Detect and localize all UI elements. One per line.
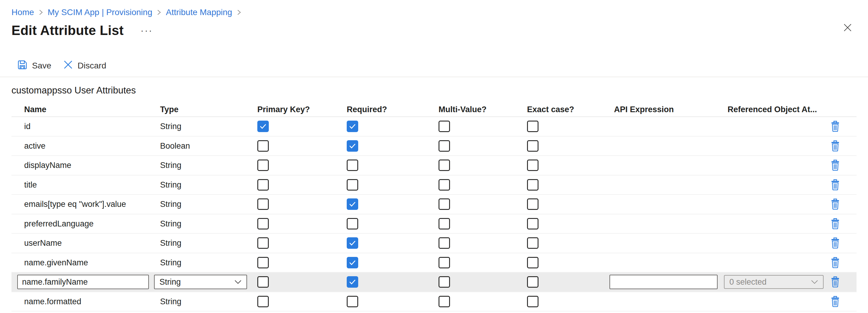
required-checkbox[interactable] (347, 179, 358, 190)
discard-x-icon (63, 60, 73, 71)
delete-attribute-button[interactable] (830, 237, 840, 250)
primary-key-checkbox[interactable] (257, 218, 269, 230)
save-button[interactable]: Save (18, 60, 51, 72)
exact-case-checkbox[interactable] (527, 257, 538, 268)
referenced-object-value: 0 selected (730, 277, 767, 287)
multi-value-checkbox[interactable] (438, 120, 450, 132)
multi-value-checkbox[interactable] (438, 199, 450, 210)
required-checkbox[interactable] (347, 120, 358, 132)
required-checkbox[interactable] (347, 160, 358, 171)
chevron-down-icon (811, 280, 818, 284)
exact-case-checkbox[interactable] (527, 179, 538, 190)
trash-icon (831, 179, 840, 190)
multi-value-checkbox[interactable] (438, 257, 450, 268)
attribute-row: String0 selected (11, 273, 857, 292)
multi-value-checkbox[interactable] (438, 160, 450, 171)
attribute-row: idString (11, 117, 857, 137)
trash-icon (831, 120, 840, 132)
trash-icon (831, 140, 840, 152)
exact-case-checkbox[interactable] (527, 218, 538, 230)
attribute-row: emails[type eq "work"].valueString (11, 195, 857, 214)
exact-case-checkbox[interactable] (527, 276, 538, 288)
delete-attribute-button[interactable] (830, 120, 840, 133)
required-checkbox[interactable] (347, 296, 358, 307)
api-expression-input[interactable] (610, 275, 718, 289)
exact-case-checkbox[interactable] (527, 199, 538, 210)
required-checkbox[interactable] (347, 257, 358, 268)
required-checkbox[interactable] (347, 199, 358, 210)
divider (0, 77, 868, 77)
section-heading: customappsso User Attributes (11, 85, 857, 96)
attribute-row: name.formattedString (11, 292, 857, 312)
primary-key-checkbox[interactable] (257, 120, 269, 132)
close-icon (843, 29, 852, 33)
attribute-type: String (160, 219, 182, 228)
attribute-row: activeBoolean (11, 137, 857, 156)
save-label: Save (32, 61, 51, 71)
close-button[interactable] (842, 22, 854, 34)
delete-attribute-button[interactable] (830, 256, 840, 269)
breadcrumb-link-attribute-mapping[interactable]: Attribute Mapping (166, 7, 232, 17)
delete-attribute-button[interactable] (830, 217, 840, 230)
multi-value-checkbox[interactable] (438, 237, 450, 249)
attribute-table: Name Type Primary Key? Required? Multi-V… (11, 100, 857, 312)
checkmark-icon (348, 122, 357, 131)
delete-attribute-button[interactable] (830, 276, 840, 288)
primary-key-checkbox[interactable] (257, 296, 269, 307)
exact-case-checkbox[interactable] (527, 296, 538, 307)
primary-key-checkbox[interactable] (257, 140, 269, 152)
multi-value-checkbox[interactable] (438, 140, 450, 152)
attribute-name: preferredLanguage (24, 219, 94, 228)
attribute-type: String (160, 180, 182, 189)
column-header-name: Name (24, 105, 46, 114)
delete-attribute-button[interactable] (830, 198, 840, 211)
required-checkbox[interactable] (347, 140, 358, 152)
discard-button[interactable]: Discard (63, 60, 106, 71)
required-checkbox[interactable] (347, 276, 358, 288)
chevron-right-icon (39, 9, 43, 16)
attribute-name-input[interactable] (17, 275, 149, 289)
primary-key-checkbox[interactable] (257, 160, 269, 171)
trash-icon (831, 160, 840, 171)
trash-icon (831, 276, 840, 288)
column-header-type: Type (160, 105, 179, 114)
attribute-table-header: Name Type Primary Key? Required? Multi-V… (11, 100, 857, 117)
primary-key-checkbox[interactable] (257, 237, 269, 249)
multi-value-checkbox[interactable] (438, 276, 450, 288)
page-title: Edit Attribute List (11, 23, 124, 38)
column-header-required: Required? (347, 105, 387, 114)
attribute-name: id (24, 122, 31, 131)
breadcrumb-link-provisioning[interactable]: My SCIM App | Provisioning (48, 7, 153, 17)
chevron-down-icon (235, 280, 242, 284)
multi-value-checkbox[interactable] (438, 296, 450, 307)
primary-key-checkbox[interactable] (257, 276, 269, 288)
checkmark-icon (348, 239, 357, 247)
delete-attribute-button[interactable] (830, 178, 840, 191)
delete-attribute-button[interactable] (830, 295, 840, 308)
multi-value-checkbox[interactable] (438, 179, 450, 190)
delete-attribute-button[interactable] (830, 139, 840, 152)
checkmark-icon (259, 122, 267, 131)
breadcrumb: Home My SCIM App | Provisioning Attribut… (11, 7, 857, 18)
exact-case-checkbox[interactable] (527, 237, 538, 249)
multi-value-checkbox[interactable] (438, 218, 450, 230)
trash-icon (831, 218, 840, 230)
exact-case-checkbox[interactable] (527, 140, 538, 152)
more-commands-button[interactable]: ··· (138, 26, 155, 35)
trash-icon (831, 256, 840, 268)
primary-key-checkbox[interactable] (257, 257, 269, 268)
primary-key-checkbox[interactable] (257, 179, 269, 190)
breadcrumb-link-home[interactable]: Home (11, 7, 34, 17)
attribute-row: userNameString (11, 234, 857, 253)
attribute-name: title (24, 180, 37, 189)
referenced-object-select[interactable]: 0 selected (724, 275, 824, 289)
required-checkbox[interactable] (347, 237, 358, 249)
exact-case-checkbox[interactable] (527, 120, 538, 132)
attribute-type-select[interactable]: String (154, 275, 247, 289)
exact-case-checkbox[interactable] (527, 160, 538, 171)
delete-attribute-button[interactable] (830, 159, 840, 172)
required-checkbox[interactable] (347, 218, 358, 230)
primary-key-checkbox[interactable] (257, 199, 269, 210)
command-bar: Save Discard (0, 58, 868, 74)
column-header-multi-value: Multi-Value? (438, 105, 487, 114)
